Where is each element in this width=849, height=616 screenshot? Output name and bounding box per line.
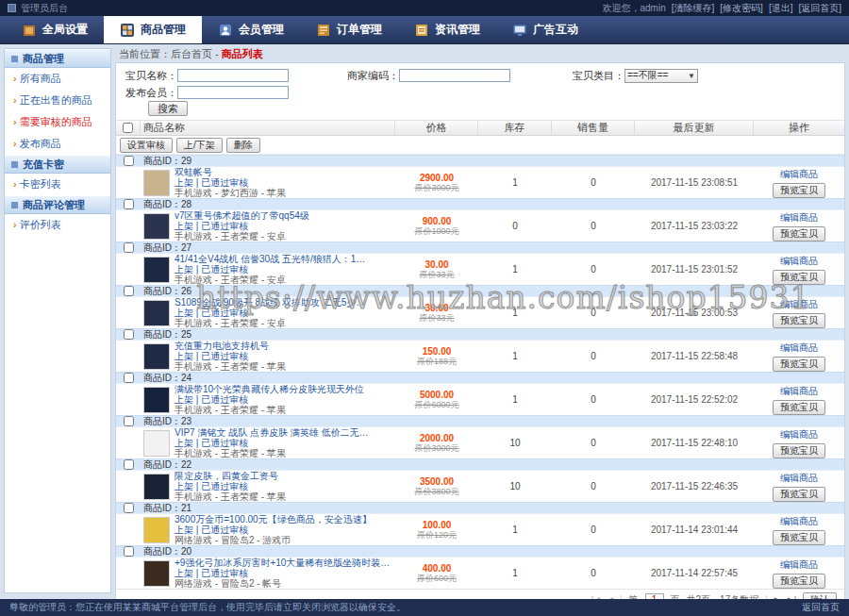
sidebar-item-review-list[interactable]: ›评价列表 [5,214,110,236]
preview-goods-button[interactable]: 预览宝贝 [773,443,825,458]
sidebar-item-onsale-goods[interactable]: ›正在出售的商品 [5,90,110,111]
goods-status-links[interactable]: 上架 | 已通过审核 [175,177,286,188]
search-button[interactable]: 搜索 [148,101,188,116]
goods-updated: 2017-11-15 22:48:10 [635,438,754,448]
edit-goods-link[interactable]: 编辑商品 [780,558,818,572]
preview-goods-button[interactable]: 预览宝贝 [773,183,825,198]
edit-goods-link[interactable]: 编辑商品 [780,255,818,268]
goods-title-link[interactable]: VIP7 满铭文 战队 点券皮肤 满英雄 低价二无… [175,427,369,438]
goods-id: 21 [181,503,191,513]
row-checkbox[interactable] [124,546,134,557]
goods-status-links[interactable]: 上架 | 已通过审核 [175,308,365,318]
preview-goods-button[interactable]: 预览宝贝 [773,530,825,545]
goods-status-links[interactable]: 上架 | 已通过审核 [175,568,390,578]
goods-title-link[interactable]: v7区重号佛术超值的了带qq54级 [175,210,309,221]
publisher-input[interactable] [177,86,289,99]
goods-name-label: 宝贝名称： [125,69,177,83]
goods-group: 商品ID：29 双蛙帐号 上架 | 已通过审核 手机游戏 [116,155,844,198]
topbar-link[interactable]: [修改密码] [720,2,763,15]
merchant-code-label: 商家编码： [347,69,399,83]
preview-goods-button[interactable]: 预览宝贝 [773,357,825,372]
header-operation: 操作 [754,121,844,135]
goods-thumbnail [143,430,170,457]
goods-group: 商品ID：26 S1089全战/90级开 8战绩 双排助攻 二无5少… 上架 |… [116,285,844,328]
topbar-link[interactable]: [退出] [769,2,793,15]
sidebar-item-card-list[interactable]: ›卡密列表 [5,174,110,195]
goods-updated: 2017-11-15 22:58:48 [635,351,754,361]
sidebar-section-goods[interactable]: 商品管理 [5,49,110,68]
batch-button[interactable]: 设置审核 [120,138,173,153]
goods-thumbnail [143,300,170,326]
footer-home-link[interactable]: 返回首页 [802,601,840,614]
goods-status-links[interactable]: 上架 | 已通过审核 [175,438,369,448]
goods-status-links[interactable]: 上架 | 已通过审核 [175,264,365,275]
row-checkbox[interactable] [124,459,134,470]
edit-goods-link[interactable]: 编辑商品 [780,472,818,485]
tab-order-management[interactable]: 订单管理 [300,16,398,43]
row-checkbox[interactable] [124,286,134,296]
app-title: 管理员后台 [21,2,68,15]
preview-goods-button[interactable]: 预览宝贝 [773,226,825,241]
tab-news-management[interactable]: 资讯管理 [398,16,496,43]
goods-title-link[interactable]: S1089全战/90级开 8战绩 双排助攻 二无5少… [175,297,365,308]
globe-settings-icon [22,23,37,38]
batch-button[interactable]: 上/下架 [176,138,223,153]
goods-sales: 0 [552,438,635,448]
sidebar-section-cards[interactable]: 充值卡密 [5,155,110,174]
merchant-code-input[interactable] [399,69,510,82]
goods-title-link[interactable]: +9强化弓加冰系厉害时+10大量稀有绝版坐骑时装… [175,558,390,568]
goods-name-input[interactable] [177,69,289,82]
goods-stock: 1 [478,524,552,535]
topbar-link[interactable]: [清除缓存] [672,2,715,15]
goods-status-links[interactable]: 上架 | 已通过审核 [175,351,286,361]
goods-sales: 0 [552,221,635,231]
edit-goods-link[interactable]: 编辑商品 [780,385,818,398]
row-checkbox[interactable] [124,199,134,209]
sidebar-item-review-goods[interactable]: ›需要审核的商品 [5,111,110,133]
goods-title-link[interactable]: 满级带10个光荣典藏传人稀分皮肤光现天外位 [175,384,364,394]
tab-ad-interaction[interactable]: 广告互动 [496,16,594,43]
sidebar-section-comments[interactable]: 商品评论管理 [5,195,110,214]
edit-goods-link[interactable]: 编辑商品 [780,341,818,355]
row-checkbox[interactable] [124,329,134,340]
sidebar-item-all-goods[interactable]: ›所有商品 [5,68,110,90]
arrow-icon: › [13,94,17,106]
table-row: +9强化弓加冰系厉害时+10大量稀有绝版坐骑时装… 上架 | 已通过审核 网络游… [116,558,844,589]
preview-goods-button[interactable]: 预览宝贝 [773,574,825,589]
edit-goods-link[interactable]: 编辑商品 [780,298,818,311]
category-select[interactable]: ==不限== ▼ [624,69,698,83]
row-checkbox[interactable] [124,242,134,253]
sidebar-item-publish-goods[interactable]: ›发布商品 [5,133,110,155]
tab-member-management[interactable]: 会员管理 [202,16,300,43]
row-checkbox[interactable] [124,416,134,426]
edit-goods-link[interactable]: 编辑商品 [780,428,818,441]
goods-title-link[interactable]: 双蛙帐号 [175,167,286,177]
goods-status-links[interactable]: 上架 | 已通过审核 [175,221,309,231]
edit-goods-link[interactable]: 编辑商品 [780,211,818,225]
batch-button[interactable]: 删除 [226,138,260,153]
goods-price: 150.00 [395,346,478,357]
row-checkbox[interactable] [124,156,134,166]
goods-title-link[interactable]: 3600万金币=100.00元【绿色商品，安全迅速】 [175,514,372,524]
goods-title-link[interactable]: 限定皮肤，四黄金工资号 [175,471,286,481]
goods-status-links[interactable]: 上架 | 已通过审核 [175,481,286,491]
table-row: 限定皮肤，四黄金工资号 上架 | 已通过审核 手机游戏 - 王者荣耀 - 苹果 … [116,471,844,502]
tab-goods-management[interactable]: 商品管理 [104,16,202,43]
goods-title-link[interactable]: 41/41全V4战机 信誉30战 五光特/狼猎人：1… [175,254,365,264]
tab-global-settings[interactable]: 全局设置 [6,16,104,43]
preview-goods-button[interactable]: 预览宝贝 [773,270,825,285]
preview-goods-button[interactable]: 预览宝贝 [773,400,825,415]
goods-updated: 2017-11-15 23:08:51 [635,177,754,188]
select-all-checkbox[interactable] [123,123,133,133]
row-checkbox[interactable] [124,373,134,383]
row-checkbox[interactable] [124,503,134,513]
topbar-link[interactable]: [返回首页] [798,2,841,15]
goods-title-link[interactable]: 充值重力电池支持机号 [175,341,286,351]
edit-goods-link[interactable]: 编辑商品 [780,515,818,528]
goods-category: 手机游戏 - 王者荣耀 - 安卓 [175,231,309,241]
goods-status-links[interactable]: 上架 | 已通过审核 [175,524,372,535]
preview-goods-button[interactable]: 预览宝贝 [773,487,825,502]
edit-goods-link[interactable]: 编辑商品 [780,168,818,181]
preview-goods-button[interactable]: 预览宝贝 [773,313,825,328]
goods-status-links[interactable]: 上架 | 已通过审核 [175,394,364,405]
